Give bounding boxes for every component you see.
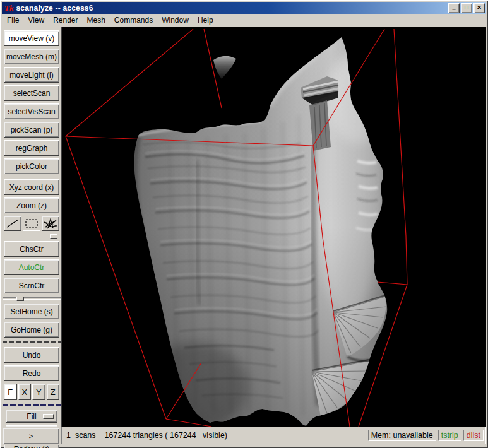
menu-view[interactable]: View <box>28 16 44 25</box>
xyz-coord-button[interactable]: Xyz coord (x) <box>4 179 59 195</box>
separator[interactable] <box>3 404 61 406</box>
polygon-select-tool-button[interactable] <box>42 216 59 231</box>
redo-button[interactable]: Redo <box>4 365 59 381</box>
menu-commands[interactable]: Commands <box>114 16 153 25</box>
separator[interactable] <box>3 341 61 343</box>
menu-window[interactable]: Window <box>162 16 189 25</box>
reg-graph-button[interactable]: regGraph <box>4 140 59 156</box>
chs-ctr-button[interactable]: ChsCtr <box>4 241 59 257</box>
scan-3d-view <box>62 27 486 427</box>
title-bar[interactable]: Tk scanalyze -- access6 _ □ ✕ <box>2 2 486 14</box>
option-menu-indicator-icon <box>43 414 54 419</box>
window-title: scanalyze -- access6 <box>16 4 447 13</box>
auto-ctr-button[interactable]: AutoCtr <box>4 259 59 275</box>
line-tool-button[interactable] <box>4 216 21 231</box>
scrn-ctr-button[interactable]: ScrnCtr <box>4 278 59 293</box>
menu-file[interactable]: File <box>7 16 19 25</box>
menu-help[interactable]: Help <box>198 16 213 25</box>
axis-toggle-f[interactable]: F <box>4 384 17 400</box>
axis-toggle-row: F X Y Z <box>4 384 59 400</box>
pick-color-button[interactable]: pickColor <box>4 158 59 174</box>
axis-toggle-x[interactable]: X <box>18 384 32 400</box>
expand-button[interactable]: > <box>3 428 59 444</box>
menu-bar: File View Render Mesh Commands Window He… <box>2 14 486 27</box>
memory-status: Mem: unavailable <box>368 430 436 441</box>
star-polygon-icon <box>43 218 58 229</box>
app-icon: Tk <box>4 3 13 13</box>
dlist-toggle[interactable]: dlist <box>463 430 484 441</box>
move-view-button[interactable]: moveView (v) <box>4 30 59 46</box>
minimize-button[interactable]: _ <box>448 3 460 13</box>
select-vis-scan-button[interactable]: selectVisScan <box>4 103 59 119</box>
maximize-button[interactable]: □ <box>461 3 472 13</box>
axis-toggle-z[interactable]: Z <box>47 384 60 400</box>
status-bar: > 1 scans 167244 triangles ( 167244 visi… <box>2 427 486 445</box>
tstrip-toggle[interactable]: tstrip <box>438 430 461 441</box>
go-home-button[interactable]: GoHome (g) <box>4 322 59 338</box>
set-home-button[interactable]: SetHome (s) <box>4 304 59 319</box>
separator[interactable] <box>3 235 61 237</box>
tool-sidebar: moveView (v) moveMesh (m) moveLight (l) … <box>2 27 61 427</box>
app-window: Tk scanalyze -- access6 _ □ ✕ File View … <box>0 0 488 448</box>
pick-scan-button[interactable]: pickScan (p) <box>4 122 59 138</box>
scan-count-status: 1 scans 167244 triangles ( 167244 visibl… <box>66 431 366 440</box>
rect-select-tool-button[interactable] <box>23 216 40 231</box>
status-panel: 1 scans 167244 triangles ( 167244 visibl… <box>61 427 486 444</box>
axis-toggle-y[interactable]: Y <box>32 384 45 400</box>
dashed-rect-icon <box>24 218 39 229</box>
status-sidebar-cell: > <box>2 427 61 445</box>
separator[interactable] <box>3 297 61 300</box>
menu-render[interactable]: Render <box>53 16 78 25</box>
move-mesh-button[interactable]: moveMesh (m) <box>4 49 59 64</box>
selection-tool-row <box>4 216 59 231</box>
undo-button[interactable]: Undo <box>4 347 59 363</box>
close-button[interactable]: ✕ <box>473 3 485 13</box>
diagonal-line-icon <box>5 218 20 229</box>
render-viewport[interactable] <box>61 27 486 427</box>
move-light-button[interactable]: moveLight (l) <box>4 67 59 83</box>
zoom-button[interactable]: Zoom (z) <box>4 197 59 213</box>
fill-option-label: Fill <box>27 412 36 421</box>
select-scan-button[interactable]: selectScan <box>4 85 59 101</box>
menu-mesh[interactable]: Mesh <box>87 16 105 25</box>
fill-option-menu[interactable]: Fill <box>6 410 57 423</box>
